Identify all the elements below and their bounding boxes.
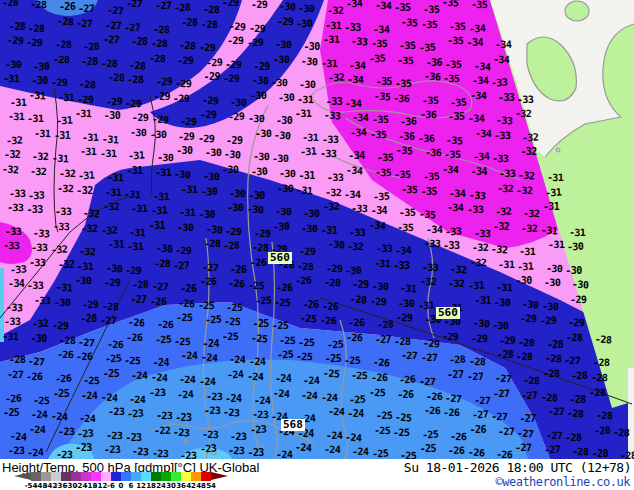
temp-value: -36 [393, 94, 409, 104]
temp-value: -33 [492, 154, 509, 165]
copyright-link[interactable]: ©weatheronline.co.uk [496, 475, 631, 489]
temp-value: -34 [347, 75, 364, 86]
temp-value: -30 [299, 80, 315, 90]
temp-value: -33 [473, 228, 490, 239]
temp-value: -34 [373, 24, 390, 35]
temp-value: -34 [449, 188, 466, 199]
temp-value: -31 [107, 173, 124, 184]
temp-value: -25 [222, 332, 239, 343]
temp-value: -24 [177, 389, 194, 400]
temp-value: -30 [272, 154, 288, 164]
temp-value: -29 [173, 93, 190, 104]
temp-value: -31 [323, 35, 340, 46]
weather-map-app: -28-28-26-27-27-27-27-28-28-29-29-30-30-… [0, 0, 634, 490]
temp-value: -36 [419, 110, 436, 121]
temp-value: -23 [175, 413, 191, 423]
temp-value: -30 [33, 61, 50, 72]
temp-value: -29 [104, 278, 120, 288]
temp-value: -27 [493, 388, 509, 398]
temp-value: -33 [423, 239, 440, 250]
temp-value: -25 [371, 449, 388, 459]
temp-value: -24 [29, 424, 45, 434]
temp-value: -35 [397, 55, 414, 66]
temp-value: -28 [153, 24, 170, 35]
temp-value: -29 [442, 332, 458, 342]
temp-value: -27 [471, 410, 488, 421]
temp-value: -29 [277, 16, 293, 26]
temp-value: -24 [129, 394, 145, 404]
temp-value: -24 [150, 373, 167, 384]
temp-value: -32 [491, 245, 508, 256]
temp-value: -29 [200, 110, 216, 120]
temp-value: -27 [466, 372, 483, 383]
temp-value: -30 [522, 299, 539, 310]
temp-value: -34 [474, 129, 490, 139]
temp-value: -28 [518, 338, 535, 349]
temp-value: -32 [323, 202, 340, 213]
temp-value: -30 [155, 244, 172, 255]
temp-value: -29 [26, 38, 42, 48]
temp-value: -33 [31, 243, 47, 253]
temp-value: -28 [251, 243, 268, 254]
temp-value: -31 [82, 133, 99, 144]
temp-value: -30 [199, 210, 215, 220]
temp-value: -33 [5, 226, 22, 237]
legend-tick-label: 0 [119, 482, 124, 490]
temp-value: -29 [246, 38, 263, 49]
temp-value: -31 [298, 171, 314, 181]
temp-value: -33 [498, 93, 514, 103]
temp-value: -31 [517, 261, 534, 272]
temp-value: -29 [568, 318, 585, 329]
temp-value: -35 [396, 146, 413, 157]
temp-value: -25 [53, 389, 69, 399]
temp-value: -28 [591, 373, 608, 384]
temp-value: -35 [470, 0, 486, 10]
temp-value: -25 [400, 451, 417, 459]
temp-value: -32 [520, 147, 536, 157]
temp-value: -30 [174, 170, 191, 181]
temp-value: -23 [106, 430, 123, 441]
temp-value: -28 [324, 278, 341, 289]
temp-value: -32 [83, 209, 100, 220]
temp-value: -33 [421, 262, 438, 273]
temp-value: -33 [9, 188, 25, 198]
temp-value: -23 [152, 449, 168, 459]
temp-value: -31 [498, 260, 514, 270]
temp-value: -29 [125, 266, 141, 276]
temp-value: -31 [543, 202, 559, 212]
temp-value: -26 [128, 318, 145, 329]
legend-color-block [191, 472, 201, 481]
temp-value: -27 [447, 370, 463, 380]
legend-tick-label: 12 [136, 482, 146, 490]
temp-value: -30 [31, 76, 47, 86]
legend-tick-label: 48 [196, 482, 206, 490]
temp-value: -34 [467, 38, 483, 48]
temp-value: -28 [9, 355, 26, 366]
temp-value: -30 [275, 207, 291, 217]
temp-value: -26 [399, 375, 416, 386]
temp-value: -34 [471, 76, 487, 86]
temp-value: -31 [58, 93, 74, 103]
temp-value: -30 [227, 203, 244, 214]
temp-value: -25 [279, 336, 295, 346]
temp-value: -25 [327, 339, 344, 350]
temp-value: -28 [394, 337, 411, 348]
temp-value: -28 [516, 352, 533, 363]
temp-value: -23 [156, 411, 173, 422]
temp-value: -30 [204, 148, 221, 159]
temp-value: -24 [303, 376, 320, 387]
temp-value: -24 [153, 358, 169, 368]
temp-value: -29 [175, 79, 192, 90]
temp-value: -25 [296, 352, 313, 363]
temp-value: -26 [76, 352, 92, 362]
temp-value: -30 [542, 302, 558, 312]
temp-value: -29 [470, 334, 486, 344]
temp-value: -27 [126, 0, 142, 9]
temp-value: -30 [515, 276, 531, 286]
temp-value: -31 [3, 74, 20, 85]
temp-value: -34 [442, 165, 459, 176]
temp-value: -26 [443, 408, 459, 418]
legend-tick-label: 42 [186, 482, 196, 490]
temp-value: -30 [572, 280, 589, 291]
temp-value: -27 [544, 445, 561, 456]
